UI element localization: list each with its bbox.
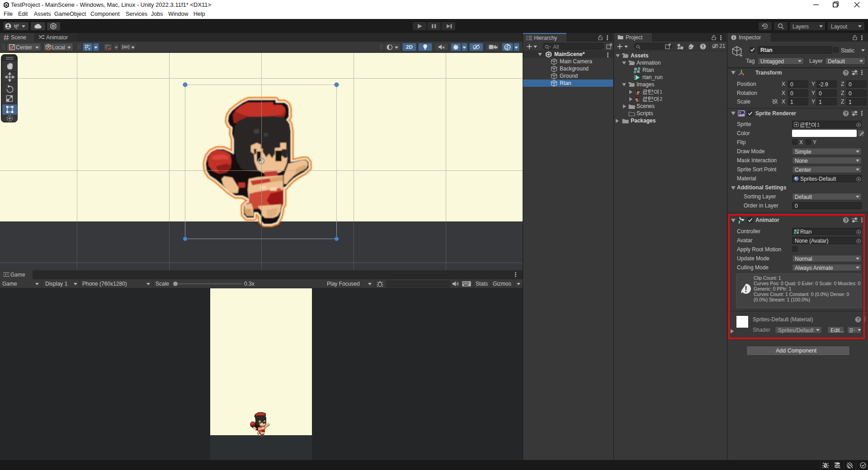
svg-text:?: ?	[844, 111, 847, 116]
svg-text:Y: Y	[88, 47, 90, 51]
svg-text:1: 1	[660, 89, 662, 94]
svg-text:?: ?	[844, 70, 847, 75]
svg-text:2: 2	[660, 96, 662, 102]
svg-text:1: 1	[817, 122, 820, 127]
